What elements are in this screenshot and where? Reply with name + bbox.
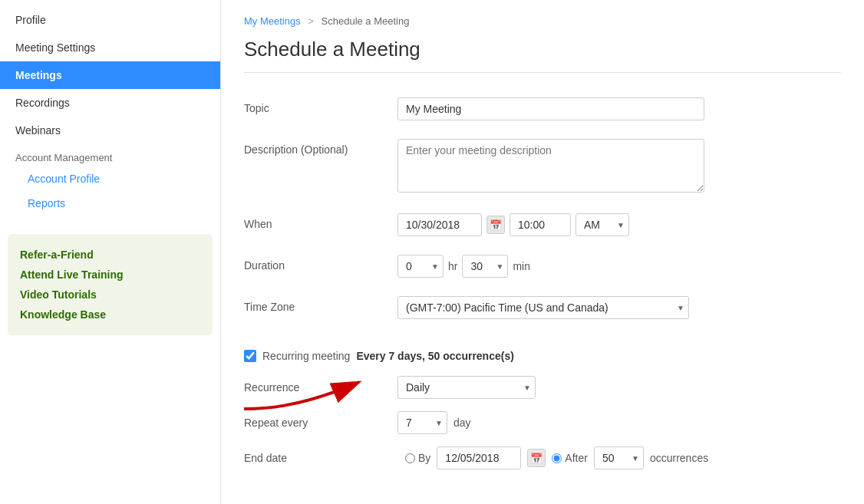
when-label: When bbox=[244, 213, 397, 230]
repeat-unit-label: day bbox=[453, 417, 471, 429]
topic-row: Topic bbox=[244, 88, 841, 130]
refer-a-friend-link[interactable]: Refer-a-Friend bbox=[20, 245, 200, 265]
timezone-control: (GMT-7:00) Pacific Time (US and Canada) … bbox=[397, 296, 841, 319]
timezone-label: Time Zone bbox=[244, 296, 397, 313]
after-radio[interactable] bbox=[552, 453, 562, 463]
breadcrumb-separator: > bbox=[308, 15, 314, 27]
duration-hr-select[interactable]: 0 1 2 bbox=[397, 255, 444, 278]
timezone-row: Time Zone (GMT-7:00) Pacific Time (US an… bbox=[244, 287, 841, 328]
repeat-row: Repeat every 7 1 2 ▼ day bbox=[244, 405, 841, 440]
when-group: 📅 AM PM ▼ bbox=[397, 213, 841, 236]
topic-label: Topic bbox=[244, 97, 397, 114]
end-date-options: By 📅 After 50 1 10 ▼ occurrences bbox=[405, 446, 708, 469]
after-num-select[interactable]: 50 1 10 bbox=[594, 446, 644, 469]
repeat-control: 7 1 2 ▼ day bbox=[397, 411, 471, 434]
sidebar-nav: Profile Meeting Settings Meetings Record… bbox=[0, 0, 220, 222]
by-radio[interactable] bbox=[405, 453, 415, 463]
breadcrumb-parent[interactable]: My Meetings bbox=[244, 15, 301, 27]
min-label: min bbox=[513, 260, 530, 272]
duration-min-select[interactable]: 0 15 30 45 bbox=[462, 255, 508, 278]
description-label: Description (Optional) bbox=[244, 139, 397, 156]
duration-group: 0 1 2 ▼ hr 0 15 30 45 ▼ min bbox=[397, 255, 841, 278]
recurring-checkbox[interactable] bbox=[244, 350, 256, 362]
recurrence-row: Recurrence Daily Weekly Monthly ▼ bbox=[244, 370, 841, 405]
timezone-select[interactable]: (GMT-7:00) Pacific Time (US and Canada) … bbox=[397, 296, 689, 319]
duration-control: 0 1 2 ▼ hr 0 15 30 45 ▼ min bbox=[397, 255, 841, 278]
when-control: 📅 AM PM ▼ bbox=[397, 213, 841, 236]
hr-label: hr bbox=[448, 260, 457, 272]
topic-control bbox=[397, 97, 841, 120]
duration-row: Duration 0 1 2 ▼ hr 0 15 30 bbox=[244, 245, 841, 287]
duration-label: Duration bbox=[244, 255, 397, 272]
sidebar-item-recordings[interactable]: Recordings bbox=[0, 89, 220, 117]
breadcrumb-current: Schedule a Meeting bbox=[322, 15, 410, 27]
end-date-row: End date By 📅 After 50 1 10 bbox=[244, 440, 841, 476]
page-title: Schedule a Meeting bbox=[244, 38, 841, 73]
repeat-num-select[interactable]: 7 1 2 bbox=[397, 411, 447, 434]
repeat-num-wrapper: 7 1 2 ▼ bbox=[397, 411, 447, 434]
duration-hr-wrapper: 0 1 2 ▼ bbox=[397, 255, 444, 278]
sidebar-item-account-profile[interactable]: Account Profile bbox=[0, 166, 220, 191]
recurrence-control: Daily Weekly Monthly ▼ bbox=[397, 376, 536, 399]
after-radio-option: After bbox=[552, 452, 588, 464]
main-content: My Meetings > Schedule a Meeting Schedul… bbox=[221, 0, 864, 504]
time-select-wrapper bbox=[509, 213, 571, 236]
knowledge-base-link[interactable]: Knowledge Base bbox=[20, 305, 200, 324]
ampm-select[interactable]: AM PM bbox=[575, 213, 629, 236]
ampm-select-wrapper: AM PM ▼ bbox=[575, 213, 629, 236]
sidebar-item-webinars[interactable]: Webinars bbox=[0, 117, 220, 144]
after-num-wrapper: 50 1 10 ▼ bbox=[594, 446, 644, 469]
description-textarea[interactable] bbox=[397, 139, 704, 193]
recurrence-label: Recurrence bbox=[244, 381, 397, 394]
date-input[interactable] bbox=[397, 213, 482, 236]
recurrence-select[interactable]: Daily Weekly Monthly bbox=[397, 376, 536, 399]
recurrence-select-wrapper: Daily Weekly Monthly ▼ bbox=[397, 376, 536, 399]
video-tutorials-link[interactable]: Video Tutorials bbox=[20, 285, 200, 305]
topic-input[interactable] bbox=[397, 97, 704, 120]
when-row: When 📅 AM PM ▼ bbox=[244, 204, 841, 245]
timezone-select-wrapper: (GMT-7:00) Pacific Time (US and Canada) … bbox=[397, 296, 689, 319]
sidebar-item-meeting-settings[interactable]: Meeting Settings bbox=[0, 34, 220, 61]
by-date-input[interactable] bbox=[437, 446, 521, 469]
recurring-row: Recurring meeting Every 7 days, 50 occur… bbox=[244, 339, 841, 370]
end-date-label: End date bbox=[244, 452, 397, 464]
duration-min-wrapper: 0 15 30 45 ▼ bbox=[462, 255, 508, 278]
attend-live-training-link[interactable]: Attend Live Training bbox=[20, 265, 200, 285]
description-control bbox=[397, 139, 841, 195]
by-radio-option: By bbox=[405, 452, 430, 464]
breadcrumb: My Meetings > Schedule a Meeting bbox=[244, 15, 841, 27]
sidebar-item-reports[interactable]: Reports bbox=[0, 191, 220, 216]
repeat-label: Repeat every bbox=[244, 417, 397, 429]
description-row: Description (Optional) bbox=[244, 130, 841, 204]
sidebar: Profile Meeting Settings Meetings Record… bbox=[0, 0, 221, 504]
calendar-icon[interactable]: 📅 bbox=[486, 216, 505, 234]
time-input[interactable] bbox=[509, 213, 571, 236]
sidebar-item-meetings[interactable]: Meetings bbox=[0, 61, 220, 89]
occurrences-label: occurrences bbox=[650, 452, 708, 464]
sidebar-item-profile[interactable]: Profile bbox=[0, 6, 220, 34]
sidebar-green-box: Refer-a-Friend Attend Live Training Vide… bbox=[8, 234, 213, 335]
by-label: By bbox=[418, 452, 430, 464]
after-label: After bbox=[565, 452, 588, 464]
recurring-description: Every 7 days, 50 occurrence(s) bbox=[356, 350, 513, 362]
by-calendar-icon[interactable]: 📅 bbox=[527, 449, 546, 467]
recurring-section: Recurring meeting Every 7 days, 50 occur… bbox=[244, 328, 841, 476]
recurring-label: Recurring meeting bbox=[262, 350, 350, 362]
account-management-label: Account Management bbox=[0, 144, 220, 166]
